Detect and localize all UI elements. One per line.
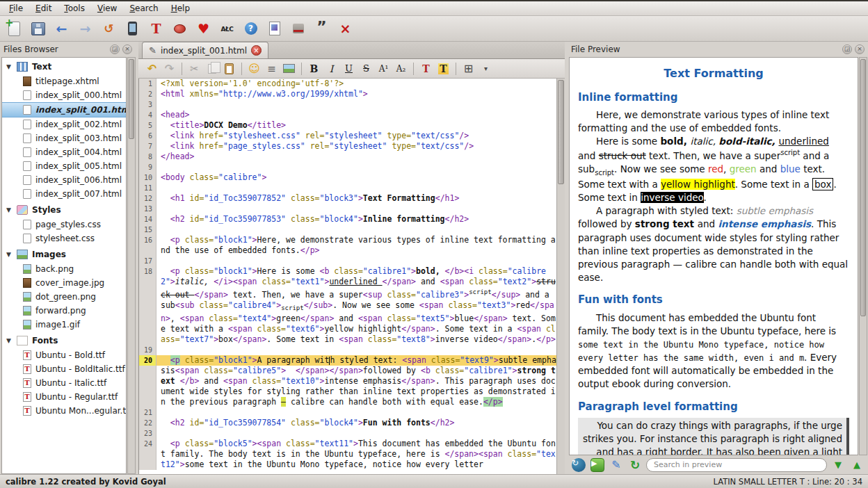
editor-tab[interactable]: ✎ index_split_001.html × bbox=[142, 42, 268, 58]
close-panel-icon[interactable]: × bbox=[122, 44, 132, 54]
files-section-text[interactable]: ▼Text bbox=[2, 58, 126, 74]
tab-close-icon[interactable]: × bbox=[251, 45, 262, 56]
code-line-text[interactable]: <title>DOCX Demo</title> bbox=[156, 120, 556, 131]
code-line[interactable]: 12 <h1 id="id_Toc359077852" class="block… bbox=[139, 193, 556, 204]
code-line-text[interactable]: <h2 id="id_Toc359077853" class="block4">… bbox=[156, 214, 556, 225]
code-line-text[interactable] bbox=[156, 99, 556, 110]
code-lines[interactable]: 1<?xml version='1.0' encoding='utf-8'?>2… bbox=[139, 79, 556, 474]
preview-search-input[interactable] bbox=[646, 458, 827, 472]
code-line[interactable]: 16 <p class="block1">Here, we demonstrat… bbox=[139, 235, 556, 256]
italic-icon[interactable]: I bbox=[323, 61, 339, 76]
code-line-text[interactable]: <body class="calibre"> bbox=[156, 172, 556, 183]
code-line[interactable]: 19 bbox=[139, 345, 556, 355]
menu-search[interactable]: Search bbox=[123, 2, 164, 15]
code-line[interactable]: 23 bbox=[139, 428, 556, 439]
file-item[interactable]: page_styles.css bbox=[2, 218, 126, 231]
code-line[interactable]: 3 bbox=[139, 99, 556, 110]
menu-view[interactable]: View bbox=[91, 2, 123, 15]
split-edit-icon[interactable]: ✎ bbox=[609, 457, 624, 473]
close-panel-icon[interactable]: × bbox=[855, 44, 865, 54]
code-line[interactable]: 8</head> bbox=[139, 152, 556, 162]
code-editor[interactable]: 1<?xml version='1.0' encoding='utf-8'?>2… bbox=[138, 79, 565, 474]
redo-icon[interactable]: ↷ bbox=[161, 61, 177, 76]
code-line-text[interactable] bbox=[156, 428, 556, 439]
collapse-triangle-icon[interactable]: ▼ bbox=[6, 337, 13, 344]
code-line[interactable]: 14 <h2 id="id_Toc359077853" class="block… bbox=[139, 214, 556, 225]
background-color-icon[interactable]: T bbox=[435, 61, 451, 76]
code-line[interactable]: 20 <p class="block1">A paragraph with st… bbox=[139, 355, 556, 407]
code-line[interactable]: 24 <p class="block5"><span class="text11… bbox=[139, 439, 556, 470]
remove-unused-icon[interactable]: × bbox=[335, 19, 355, 38]
file-item[interactable]: titlepage.xhtml bbox=[2, 74, 126, 88]
files-tree-scrollbar[interactable] bbox=[127, 57, 136, 474]
code-line[interactable]: 2<html xmlns="http://www.w3.org/1999/xht… bbox=[139, 89, 556, 99]
code-line[interactable]: 15 bbox=[139, 225, 556, 235]
file-item[interactable]: index_split_000.html bbox=[2, 88, 126, 102]
strikethrough-icon[interactable]: S bbox=[358, 61, 374, 76]
code-line-text[interactable] bbox=[156, 204, 556, 214]
code-line[interactable]: 18 <p class="block1">Here is some <b cla… bbox=[139, 266, 556, 345]
code-line-text[interactable]: <h2 id="id_Toc359077854" class="block4">… bbox=[156, 418, 556, 428]
file-item[interactable]: index_split_001.html bbox=[2, 102, 126, 117]
back-icon[interactable]: ← bbox=[51, 19, 72, 38]
collapse-triangle-icon[interactable]: ▼ bbox=[6, 251, 13, 258]
file-item[interactable]: TUbuntu - BoldItalic.ttf bbox=[2, 362, 126, 376]
copy-icon[interactable] bbox=[204, 61, 220, 76]
code-line-text[interactable]: <head> bbox=[156, 110, 556, 120]
code-line-text[interactable]: <p class="block1">A paragraph with style… bbox=[156, 355, 556, 407]
code-line-text[interactable]: <p class="block1">Here is some <b class=… bbox=[156, 266, 556, 345]
insert-image-icon[interactable] bbox=[281, 61, 297, 76]
code-line[interactable]: 1<?xml version='1.0' encoding='utf-8'?> bbox=[139, 79, 556, 89]
code-line-text[interactable]: <html xmlns="http://www.w3.org/1999/xhtm… bbox=[156, 89, 556, 99]
code-line-text[interactable] bbox=[156, 183, 556, 193]
code-line[interactable]: 9 bbox=[139, 162, 556, 172]
cut-icon[interactable]: ✂ bbox=[186, 61, 202, 76]
float-panel-icon[interactable]: ◲ bbox=[842, 44, 852, 54]
menu-tools[interactable]: Tools bbox=[58, 2, 91, 15]
file-item[interactable]: index_split_003.html bbox=[2, 131, 126, 145]
superscript-icon[interactable]: A¹ bbox=[376, 61, 392, 76]
code-line[interactable]: 21 bbox=[139, 407, 556, 418]
check-book-icon[interactable] bbox=[170, 19, 190, 38]
file-item[interactable]: index_split_004.html bbox=[2, 145, 126, 159]
code-line[interactable]: 4<head> bbox=[139, 110, 556, 120]
file-item[interactable]: TUbuntu - Italic.ttf bbox=[2, 376, 126, 390]
help-icon[interactable]: ? bbox=[241, 19, 261, 38]
code-line-text[interactable] bbox=[156, 256, 556, 266]
collapse-triangle-icon[interactable]: ▼ bbox=[6, 63, 13, 70]
code-line-text[interactable] bbox=[156, 407, 556, 418]
find-next-icon[interactable]: ▼ bbox=[830, 457, 846, 473]
special-character-icon[interactable]: ☺ bbox=[246, 61, 262, 76]
subscript-icon[interactable]: A₂ bbox=[393, 61, 409, 76]
text-color-icon[interactable]: T bbox=[418, 61, 434, 76]
file-item[interactable]: dot_green.png bbox=[2, 290, 126, 304]
table-dropdown-arrow-icon[interactable]: ▾ bbox=[478, 61, 494, 76]
code-line-text[interactable]: <h1 id="id_Toc359077852" class="block3">… bbox=[156, 193, 556, 204]
paste-icon[interactable] bbox=[221, 61, 237, 76]
forward-icon[interactable]: → bbox=[75, 19, 95, 38]
revert-icon[interactable]: ↺ bbox=[99, 19, 119, 38]
code-line[interactable]: 17 bbox=[139, 256, 556, 266]
code-line[interactable]: 10<body class="calibre"> bbox=[139, 172, 556, 183]
insert-stamp-icon[interactable] bbox=[288, 19, 308, 38]
code-line-text[interactable]: <?xml version='1.0' encoding='utf-8'?> bbox=[156, 79, 556, 89]
file-item[interactable]: stylesheet.css bbox=[2, 231, 126, 245]
file-item[interactable]: image1.gif bbox=[2, 318, 126, 332]
save-icon[interactable] bbox=[28, 19, 48, 38]
smarten-punctuation-icon[interactable]: ” bbox=[312, 19, 332, 38]
code-line-text[interactable]: </head> bbox=[156, 152, 556, 162]
device-icon[interactable] bbox=[122, 19, 143, 38]
code-line-text[interactable]: <p class="block1">Here, we demonstrate v… bbox=[156, 235, 556, 256]
code-line-text[interactable] bbox=[156, 345, 556, 355]
view-file-icon[interactable] bbox=[264, 19, 284, 38]
donate-icon[interactable]: ♥ bbox=[193, 19, 214, 38]
files-section-images[interactable]: ▼Images bbox=[2, 245, 126, 262]
menu-edit[interactable]: Edit bbox=[29, 2, 58, 15]
code-line-text[interactable] bbox=[156, 225, 556, 235]
code-line[interactable]: 6 <link href="stylesheet.css" rel="style… bbox=[139, 131, 556, 141]
file-item[interactable]: TUbuntu Mon...egular.ttf bbox=[2, 404, 126, 418]
insert-table-icon[interactable]: ⊞ bbox=[460, 61, 476, 76]
file-item[interactable]: back.png bbox=[2, 262, 126, 276]
code-line[interactable]: 5 <title>DOCX Demo</title> bbox=[139, 120, 556, 131]
menu-file[interactable]: File bbox=[3, 2, 29, 15]
